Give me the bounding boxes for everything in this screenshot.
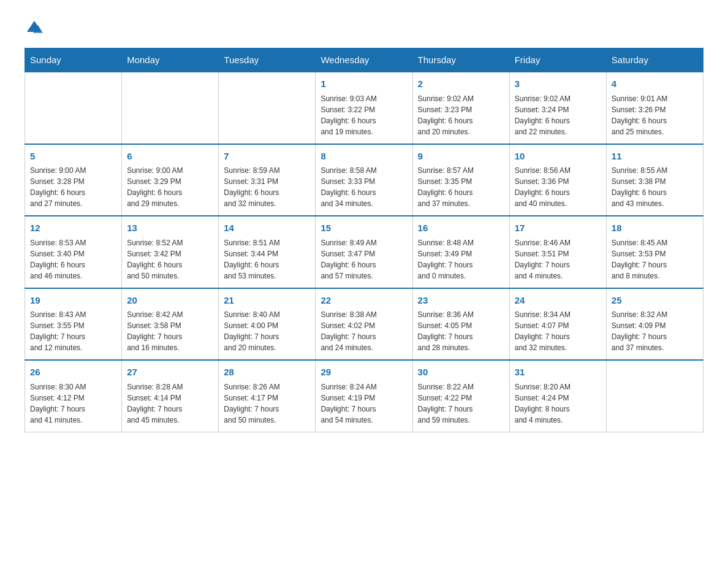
calendar-cell: 25Sunrise: 8:32 AM Sunset: 4:09 PM Dayli…: [606, 288, 703, 361]
day-number: 23: [418, 294, 504, 308]
calendar-cell: 15Sunrise: 8:49 AM Sunset: 3:47 PM Dayli…: [316, 216, 412, 288]
calendar-cell: 31Sunrise: 8:20 AM Sunset: 4:24 PM Dayli…: [509, 360, 606, 432]
day-info: Sunrise: 8:42 AM Sunset: 3:58 PM Dayligh…: [127, 309, 213, 353]
day-info: Sunrise: 9:00 AM Sunset: 3:29 PM Dayligh…: [127, 165, 213, 209]
day-number: 7: [224, 150, 310, 164]
day-info: Sunrise: 8:45 AM Sunset: 3:53 PM Dayligh…: [612, 237, 698, 282]
calendar-cell: 11Sunrise: 8:55 AM Sunset: 3:38 PM Dayli…: [606, 144, 703, 216]
day-of-week-header: Wednesday: [316, 48, 412, 72]
day-number: 9: [418, 150, 504, 164]
day-number: 2: [418, 77, 504, 91]
day-info: Sunrise: 8:48 AM Sunset: 3:49 PM Dayligh…: [418, 237, 504, 282]
day-number: 8: [320, 150, 407, 164]
day-number: 29: [320, 366, 407, 380]
day-number: 31: [515, 366, 601, 380]
calendar-cell: 19Sunrise: 8:43 AM Sunset: 3:55 PM Dayli…: [25, 288, 122, 361]
calendar-cell: 17Sunrise: 8:46 AM Sunset: 3:51 PM Dayli…: [509, 216, 606, 288]
day-info: Sunrise: 8:49 AM Sunset: 3:47 PM Dayligh…: [320, 237, 407, 282]
calendar-cell: 4Sunrise: 9:01 AM Sunset: 3:26 PM Daylig…: [606, 72, 703, 144]
day-info: Sunrise: 8:51 AM Sunset: 3:44 PM Dayligh…: [224, 237, 310, 282]
calendar-cell: 10Sunrise: 8:56 AM Sunset: 3:36 PM Dayli…: [509, 144, 606, 216]
calendar-cell: 30Sunrise: 8:22 AM Sunset: 4:22 PM Dayli…: [412, 360, 509, 432]
calendar-cell: 7Sunrise: 8:59 AM Sunset: 3:31 PM Daylig…: [219, 144, 316, 216]
day-info: Sunrise: 8:22 AM Sunset: 4:22 PM Dayligh…: [418, 381, 504, 426]
calendar-week-row: 26Sunrise: 8:30 AM Sunset: 4:12 PM Dayli…: [25, 360, 703, 432]
day-number: 20: [127, 294, 213, 308]
day-info: Sunrise: 8:24 AM Sunset: 4:19 PM Dayligh…: [320, 381, 407, 426]
calendar-week-row: 1Sunrise: 9:03 AM Sunset: 3:22 PM Daylig…: [25, 72, 703, 144]
day-number: 19: [30, 294, 116, 308]
day-info: Sunrise: 9:01 AM Sunset: 3:26 PM Dayligh…: [612, 93, 698, 137]
calendar-cell: 21Sunrise: 8:40 AM Sunset: 4:00 PM Dayli…: [219, 288, 316, 361]
day-info: Sunrise: 9:02 AM Sunset: 3:23 PM Dayligh…: [418, 93, 504, 137]
day-info: Sunrise: 8:38 AM Sunset: 4:02 PM Dayligh…: [320, 309, 407, 353]
calendar-cell: 22Sunrise: 8:38 AM Sunset: 4:02 PM Dayli…: [316, 288, 412, 361]
day-info: Sunrise: 9:02 AM Sunset: 3:24 PM Dayligh…: [515, 93, 601, 137]
day-info: Sunrise: 8:34 AM Sunset: 4:07 PM Dayligh…: [515, 309, 601, 353]
calendar-cell: 3Sunrise: 9:02 AM Sunset: 3:24 PM Daylig…: [509, 72, 606, 144]
day-of-week-header: Sunday: [25, 48, 122, 72]
day-number: 30: [418, 366, 504, 380]
logo: [25, 18, 44, 36]
calendar-cell: 20Sunrise: 8:42 AM Sunset: 3:58 PM Dayli…: [122, 288, 219, 361]
day-number: 15: [320, 221, 407, 236]
calendar-cell: 8Sunrise: 8:58 AM Sunset: 3:33 PM Daylig…: [316, 144, 412, 216]
calendar-week-row: 19Sunrise: 8:43 AM Sunset: 3:55 PM Dayli…: [25, 288, 703, 361]
calendar-cell: [122, 72, 219, 144]
calendar-week-row: 12Sunrise: 8:53 AM Sunset: 3:40 PM Dayli…: [25, 216, 703, 288]
calendar-cell: [219, 72, 316, 144]
calendar-header-row: SundayMondayTuesdayWednesdayThursdayFrid…: [25, 48, 703, 72]
day-of-week-header: Tuesday: [219, 48, 316, 72]
day-number: 27: [127, 366, 213, 380]
day-info: Sunrise: 8:57 AM Sunset: 3:35 PM Dayligh…: [418, 165, 504, 209]
day-of-week-header: Friday: [509, 48, 606, 72]
day-info: Sunrise: 8:53 AM Sunset: 3:40 PM Dayligh…: [30, 237, 116, 282]
calendar-cell: 2Sunrise: 9:02 AM Sunset: 3:23 PM Daylig…: [412, 72, 509, 144]
logo-icon: [26, 18, 43, 36]
calendar-cell: 6Sunrise: 9:00 AM Sunset: 3:29 PM Daylig…: [122, 144, 219, 216]
day-info: Sunrise: 8:55 AM Sunset: 3:38 PM Dayligh…: [612, 165, 698, 209]
day-info: Sunrise: 8:26 AM Sunset: 4:17 PM Dayligh…: [224, 381, 310, 426]
day-number: 13: [127, 221, 213, 236]
calendar-cell: 23Sunrise: 8:36 AM Sunset: 4:05 PM Dayli…: [412, 288, 509, 361]
day-number: 26: [30, 366, 116, 380]
calendar-week-row: 5Sunrise: 9:00 AM Sunset: 3:28 PM Daylig…: [25, 144, 703, 216]
day-info: Sunrise: 8:58 AM Sunset: 3:33 PM Dayligh…: [320, 165, 407, 209]
day-number: 11: [612, 150, 698, 164]
calendar-cell: 26Sunrise: 8:30 AM Sunset: 4:12 PM Dayli…: [25, 360, 122, 432]
day-number: 22: [320, 294, 407, 308]
page-header: [25, 18, 703, 36]
day-number: 28: [224, 366, 310, 380]
day-info: Sunrise: 8:32 AM Sunset: 4:09 PM Dayligh…: [612, 309, 698, 353]
day-info: Sunrise: 8:59 AM Sunset: 3:31 PM Dayligh…: [224, 165, 310, 209]
calendar-cell: [25, 72, 122, 144]
day-number: 17: [515, 221, 601, 236]
day-number: 5: [30, 150, 116, 164]
day-number: 18: [612, 221, 698, 236]
calendar-cell: 12Sunrise: 8:53 AM Sunset: 3:40 PM Dayli…: [25, 216, 122, 288]
day-info: Sunrise: 8:46 AM Sunset: 3:51 PM Dayligh…: [515, 237, 601, 282]
day-info: Sunrise: 9:00 AM Sunset: 3:28 PM Dayligh…: [30, 165, 116, 209]
day-number: 25: [612, 294, 698, 308]
day-number: 10: [515, 150, 601, 164]
calendar-cell: 28Sunrise: 8:26 AM Sunset: 4:17 PM Dayli…: [219, 360, 316, 432]
calendar-cell: 16Sunrise: 8:48 AM Sunset: 3:49 PM Dayli…: [412, 216, 509, 288]
day-number: 24: [515, 294, 601, 308]
day-number: 3: [515, 77, 601, 91]
day-info: Sunrise: 8:30 AM Sunset: 4:12 PM Dayligh…: [30, 381, 116, 426]
calendar-cell: 24Sunrise: 8:34 AM Sunset: 4:07 PM Dayli…: [509, 288, 606, 361]
calendar-cell: 14Sunrise: 8:51 AM Sunset: 3:44 PM Dayli…: [219, 216, 316, 288]
day-info: Sunrise: 8:56 AM Sunset: 3:36 PM Dayligh…: [515, 165, 601, 209]
calendar-cell: 18Sunrise: 8:45 AM Sunset: 3:53 PM Dayli…: [606, 216, 703, 288]
day-info: Sunrise: 8:36 AM Sunset: 4:05 PM Dayligh…: [418, 309, 504, 353]
calendar-cell: 29Sunrise: 8:24 AM Sunset: 4:19 PM Dayli…: [316, 360, 412, 432]
day-number: 21: [224, 294, 310, 308]
day-of-week-header: Saturday: [606, 48, 703, 72]
day-info: Sunrise: 9:03 AM Sunset: 3:22 PM Dayligh…: [320, 93, 407, 137]
day-of-week-header: Thursday: [412, 48, 509, 72]
day-info: Sunrise: 8:52 AM Sunset: 3:42 PM Dayligh…: [127, 237, 213, 282]
day-number: 1: [320, 77, 407, 91]
calendar-cell: 5Sunrise: 9:00 AM Sunset: 3:28 PM Daylig…: [25, 144, 122, 216]
day-number: 16: [418, 221, 504, 236]
day-info: Sunrise: 8:20 AM Sunset: 4:24 PM Dayligh…: [515, 381, 601, 426]
